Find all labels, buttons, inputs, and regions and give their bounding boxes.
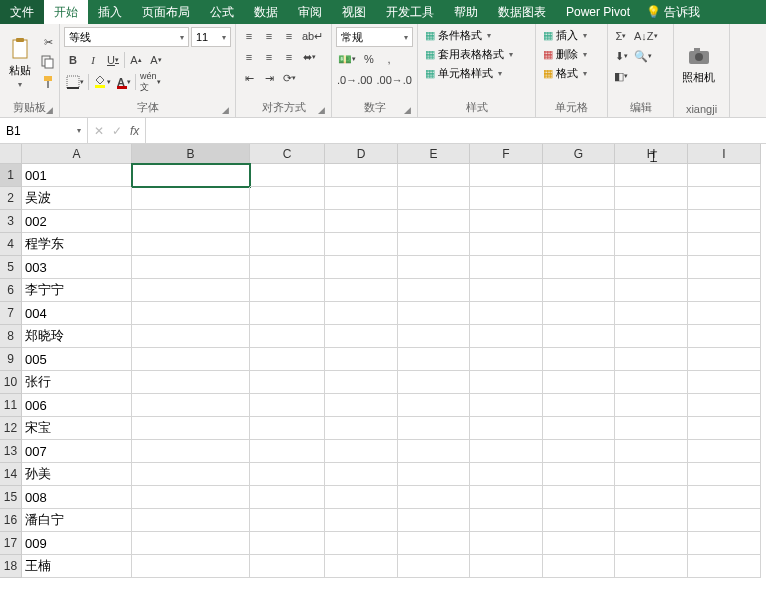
format-painter-button[interactable] xyxy=(39,74,57,92)
align-left-button[interactable]: ≡ xyxy=(240,48,258,66)
cell[interactable] xyxy=(250,348,325,371)
cell[interactable] xyxy=(132,532,250,555)
fill-color-button[interactable]: ▾ xyxy=(91,73,113,91)
cell[interactable]: 001 xyxy=(22,164,132,187)
cell[interactable] xyxy=(325,302,398,325)
paste-button[interactable]: 粘贴 ▾ xyxy=(4,35,36,91)
cell[interactable] xyxy=(688,509,761,532)
cell[interactable] xyxy=(615,256,688,279)
cell[interactable] xyxy=(470,302,543,325)
row-header[interactable]: 11 xyxy=(0,394,22,417)
cell[interactable] xyxy=(132,233,250,256)
cell[interactable] xyxy=(325,279,398,302)
cell[interactable]: 006 xyxy=(22,394,132,417)
row-header[interactable]: 16 xyxy=(0,509,22,532)
cell[interactable] xyxy=(470,486,543,509)
cell[interactable] xyxy=(688,348,761,371)
cell[interactable] xyxy=(398,394,470,417)
cell[interactable] xyxy=(543,486,615,509)
accounting-button[interactable]: 💵▾ xyxy=(336,50,358,68)
cell[interactable]: 吴波 xyxy=(22,187,132,210)
cell[interactable]: 王楠 xyxy=(22,555,132,578)
cell[interactable] xyxy=(325,509,398,532)
cell[interactable]: 004 xyxy=(22,302,132,325)
cell[interactable]: 张行 xyxy=(22,371,132,394)
cell[interactable] xyxy=(543,348,615,371)
cell[interactable] xyxy=(470,279,543,302)
column-header[interactable]: F xyxy=(470,144,543,164)
italic-button[interactable]: I xyxy=(84,51,102,69)
cell[interactable] xyxy=(250,417,325,440)
insert-function-button[interactable]: fx xyxy=(130,124,139,138)
cell[interactable] xyxy=(325,486,398,509)
cell[interactable]: 孙美 xyxy=(22,463,132,486)
align-right-button[interactable]: ≡ xyxy=(280,48,298,66)
cell[interactable] xyxy=(250,187,325,210)
enter-formula-button[interactable]: ✓ xyxy=(112,124,122,138)
cell[interactable] xyxy=(398,463,470,486)
row-header[interactable]: 1 xyxy=(0,164,22,187)
row-header[interactable]: 9 xyxy=(0,348,22,371)
cell[interactable] xyxy=(132,486,250,509)
cell[interactable] xyxy=(470,394,543,417)
cell[interactable] xyxy=(398,279,470,302)
cell[interactable] xyxy=(398,555,470,578)
row-header[interactable]: 2 xyxy=(0,187,22,210)
cell[interactable] xyxy=(250,509,325,532)
cell[interactable] xyxy=(398,256,470,279)
cell[interactable]: 潘白宁 xyxy=(22,509,132,532)
cell[interactable] xyxy=(688,210,761,233)
align-center-button[interactable]: ≡ xyxy=(260,48,278,66)
cell[interactable] xyxy=(132,440,250,463)
cell[interactable] xyxy=(250,371,325,394)
cell[interactable] xyxy=(132,509,250,532)
row-header[interactable]: 3 xyxy=(0,210,22,233)
cell[interactable] xyxy=(688,187,761,210)
cell[interactable] xyxy=(543,532,615,555)
fill-button[interactable]: ⬇▾ xyxy=(612,47,630,65)
conditional-formatting-button[interactable]: ▦条件格式▾ xyxy=(422,27,531,44)
cell[interactable] xyxy=(132,555,250,578)
cell[interactable] xyxy=(325,325,398,348)
row-header[interactable]: 17 xyxy=(0,532,22,555)
cell[interactable] xyxy=(615,210,688,233)
column-header[interactable]: D xyxy=(325,144,398,164)
cell[interactable] xyxy=(132,256,250,279)
copy-button[interactable] xyxy=(39,54,57,72)
cell[interactable] xyxy=(543,279,615,302)
cell[interactable]: 008 xyxy=(22,486,132,509)
cell[interactable] xyxy=(325,256,398,279)
cell[interactable] xyxy=(688,417,761,440)
cell[interactable] xyxy=(543,440,615,463)
cell[interactable]: 003 xyxy=(22,256,132,279)
cut-button[interactable]: ✂ xyxy=(39,34,57,52)
cell[interactable] xyxy=(543,417,615,440)
cell[interactable] xyxy=(250,325,325,348)
cell[interactable] xyxy=(325,348,398,371)
cell[interactable] xyxy=(688,279,761,302)
cell[interactable]: 郑晓玲 xyxy=(22,325,132,348)
cell[interactable] xyxy=(250,210,325,233)
cell[interactable] xyxy=(688,463,761,486)
cell[interactable]: 007 xyxy=(22,440,132,463)
cell[interactable] xyxy=(398,440,470,463)
cell[interactable] xyxy=(250,532,325,555)
cell[interactable] xyxy=(325,532,398,555)
cell[interactable] xyxy=(688,164,761,187)
cell[interactable] xyxy=(615,371,688,394)
cell[interactable] xyxy=(470,417,543,440)
cell[interactable] xyxy=(398,417,470,440)
cell[interactable] xyxy=(615,463,688,486)
row-header[interactable]: 5 xyxy=(0,256,22,279)
tab-datachart[interactable]: 数据图表 xyxy=(488,0,556,24)
row-header[interactable]: 14 xyxy=(0,463,22,486)
cell[interactable] xyxy=(470,325,543,348)
row-header[interactable]: 4 xyxy=(0,233,22,256)
cell[interactable] xyxy=(615,509,688,532)
format-cells-button[interactable]: ▦格式▾ xyxy=(540,65,603,82)
cell[interactable] xyxy=(325,187,398,210)
cell[interactable] xyxy=(470,164,543,187)
cell[interactable]: 002 xyxy=(22,210,132,233)
underline-button[interactable]: U▾ xyxy=(104,51,122,69)
cell[interactable] xyxy=(398,348,470,371)
